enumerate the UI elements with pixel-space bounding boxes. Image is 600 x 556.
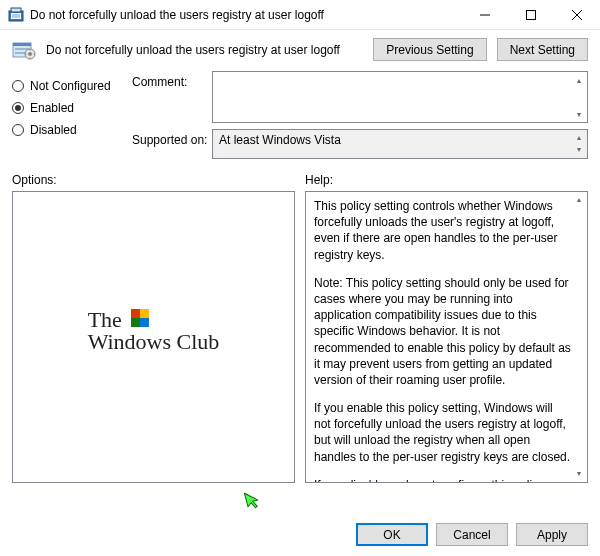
radio-not-configured[interactable]: Not Configured [12, 75, 132, 97]
svg-rect-1 [11, 8, 21, 12]
titlebar: Do not forcefully unload the users regis… [0, 0, 600, 30]
next-setting-button[interactable]: Next Setting [497, 38, 588, 61]
svg-point-14 [28, 52, 32, 56]
comment-input[interactable]: ▴ ▾ [212, 71, 588, 123]
watermark-logo: The Windows Club [88, 307, 220, 355]
scroll-up-icon[interactable]: ▴ [573, 194, 585, 206]
radio-icon [12, 102, 24, 114]
window-title: Do not forcefully unload the users regis… [30, 8, 462, 22]
close-button[interactable] [554, 0, 600, 30]
state-radio-group: Not Configured Enabled Disabled [12, 71, 132, 141]
minimize-button[interactable] [462, 0, 508, 30]
setting-title: Do not forcefully unload the users regis… [46, 43, 363, 57]
scroll-up-icon[interactable]: ▴ [573, 132, 585, 144]
help-label: Help: [305, 173, 588, 187]
svg-rect-2 [11, 13, 21, 19]
svg-rect-10 [13, 43, 31, 46]
svg-rect-6 [527, 10, 536, 19]
help-panel: This policy setting controls whether Win… [305, 191, 588, 483]
cancel-button[interactable]: Cancel [436, 523, 508, 546]
scroll-down-icon[interactable]: ▾ [573, 468, 585, 480]
header-row: Do not forcefully unload the users regis… [12, 38, 588, 61]
comment-label: Comment: [132, 71, 212, 89]
help-paragraph: If you disable or do not configure this … [314, 477, 571, 483]
scroll-down-icon[interactable]: ▾ [573, 144, 585, 156]
scroll-down-icon[interactable]: ▾ [573, 108, 585, 120]
ok-button[interactable]: OK [356, 523, 428, 546]
mouse-cursor-icon [243, 488, 265, 515]
help-paragraph: If you enable this policy setting, Windo… [314, 400, 571, 465]
supported-on-label: Supported on: [132, 129, 212, 147]
supported-on-box: At least Windows Vista ▴ ▾ [212, 129, 588, 159]
scroll-up-icon[interactable]: ▴ [573, 74, 585, 86]
radio-disabled[interactable]: Disabled [12, 119, 132, 141]
help-paragraph: Note: This policy setting should only be… [314, 275, 571, 388]
radio-label: Disabled [30, 123, 77, 137]
maximize-button[interactable] [508, 0, 554, 30]
supported-on-value: At least Windows Vista [219, 133, 341, 147]
radio-label: Not Configured [30, 79, 111, 93]
radio-enabled[interactable]: Enabled [12, 97, 132, 119]
options-panel: The Windows Club [12, 191, 295, 483]
app-icon [8, 7, 24, 23]
logo-mark-icon [131, 309, 149, 327]
policy-icon [12, 40, 36, 60]
dialog-footer: OK Cancel Apply [356, 523, 588, 546]
radio-icon [12, 80, 24, 92]
previous-setting-button[interactable]: Previous Setting [373, 38, 486, 61]
apply-button[interactable]: Apply [516, 523, 588, 546]
radio-icon [12, 124, 24, 136]
options-label: Options: [12, 173, 295, 187]
logo-text-line2: Windows Club [88, 329, 220, 355]
radio-label: Enabled [30, 101, 74, 115]
help-paragraph: This policy setting controls whether Win… [314, 198, 571, 263]
